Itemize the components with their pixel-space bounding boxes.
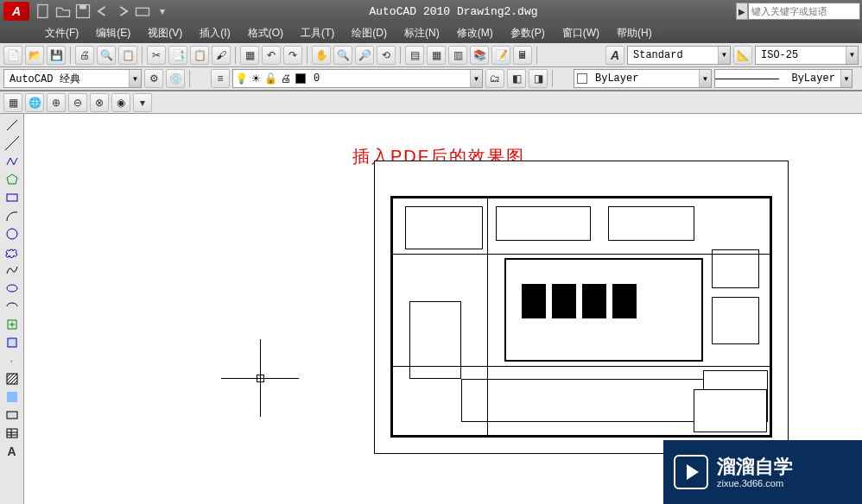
undo-button[interactable]: ↶ (262, 46, 281, 65)
insert-block-tool[interactable] (3, 315, 22, 333)
title-bar: A ▾ AutoCAD 2010 Drawing2.dwg ▶ (0, 0, 862, 22)
layer-iso-button[interactable]: ◧ (507, 69, 526, 88)
make-block-tool[interactable] (3, 333, 22, 351)
linetype-dropdown[interactable]: ByLayer ▼ (714, 69, 852, 88)
help-search-input[interactable] (748, 3, 860, 20)
dim-style-label: ISO-25 (756, 49, 803, 61)
qat-dropdown-icon[interactable]: ▾ (154, 3, 171, 20)
match-prop-button[interactable]: 🖌 (212, 46, 231, 65)
menu-draw[interactable]: 绘图(D) (343, 23, 396, 43)
polyline-tool[interactable] (3, 152, 22, 170)
redo-icon[interactable] (114, 3, 131, 20)
dropdown-arrow-icon[interactable]: ▼ (846, 47, 858, 64)
quickcalc-button[interactable]: 🖩 (513, 46, 532, 65)
block-editor-button[interactable]: ▦ (240, 46, 259, 65)
zoom-window-button[interactable]: 🔎 (355, 46, 374, 65)
search-arrow-icon[interactable]: ▶ (736, 3, 748, 20)
polygon-tool[interactable] (3, 170, 22, 188)
dimstyle-icon[interactable]: 📐 (733, 46, 752, 65)
menu-param[interactable]: 参数(P) (502, 23, 554, 43)
publish-button[interactable]: 📋 (118, 46, 137, 65)
redo-button[interactable]: ↷ (283, 46, 302, 65)
table-tool[interactable] (3, 424, 22, 442)
point-tool[interactable]: · (3, 351, 22, 369)
menu-modify[interactable]: 修改(M) (448, 23, 502, 43)
markup-button[interactable]: 📝 (491, 46, 510, 65)
rectangle-tool[interactable] (3, 188, 22, 206)
mtext-tool[interactable]: A (3, 442, 22, 460)
menu-tools[interactable]: 工具(T) (292, 23, 343, 43)
spline-tool[interactable] (3, 261, 22, 279)
menu-edit[interactable]: 编辑(E) (87, 23, 139, 43)
menu-view[interactable]: 视图(V) (139, 23, 191, 43)
zoom-previous-button[interactable]: ⟲ (377, 46, 396, 65)
ellipse-arc-tool[interactable] (3, 297, 22, 315)
ucs-world-button[interactable]: 🌐 (25, 93, 44, 112)
watermark-title: 溜溜自学 (717, 456, 793, 478)
ucs-y-button[interactable]: ⊖ (68, 93, 87, 112)
workspace-settings-button[interactable]: ⚙ (144, 69, 163, 88)
ucs-x-button[interactable]: ⊕ (47, 93, 66, 112)
save-icon[interactable] (74, 3, 92, 20)
open-icon[interactable] (54, 3, 72, 20)
sheet-set-button[interactable]: 📚 (470, 46, 489, 65)
dropdown-arrow-icon[interactable]: ▼ (470, 70, 482, 87)
layer-dropdown[interactable]: 💡 ☀ 🔓 🖨 0 ▼ (232, 69, 483, 88)
menu-format[interactable]: 格式(O) (239, 23, 292, 43)
ucs-dropdown-icon[interactable]: ▾ (133, 93, 152, 112)
new-button[interactable]: 📄 (3, 46, 22, 65)
app-logo-icon[interactable]: A (3, 2, 29, 21)
workspace-dropdown[interactable]: AutoCAD 经典 ▼ (3, 69, 142, 88)
search-field[interactable] (749, 6, 859, 16)
save-button[interactable]: 💾 (47, 46, 66, 65)
hatch-tool[interactable] (3, 369, 22, 387)
zoom-realtime-button[interactable]: 🔍 (333, 46, 352, 65)
construction-line-tool[interactable] (3, 134, 22, 152)
menu-insert[interactable]: 插入(I) (191, 23, 238, 43)
pdf-underlay-frame[interactable] (374, 161, 789, 454)
dim-style-dropdown[interactable]: ISO-25 ▼ (755, 46, 859, 65)
tool-palettes-button[interactable]: ▥ (448, 46, 467, 65)
plot-icon[interactable] (134, 3, 151, 20)
layer-uniso-button[interactable]: ◨ (529, 69, 548, 88)
pan-button[interactable]: ✋ (312, 46, 331, 65)
undo-icon[interactable] (94, 3, 111, 20)
layer-freeze-icon: ☀ (250, 72, 263, 85)
ellipse-tool[interactable] (3, 279, 22, 297)
revision-cloud-tool[interactable] (3, 243, 22, 261)
menu-dim[interactable]: 标注(N) (396, 23, 448, 43)
dropdown-arrow-icon[interactable]: ▼ (718, 47, 730, 64)
color-dropdown[interactable]: ByLayer ▼ (574, 69, 712, 88)
preview-button[interactable]: 🔍 (97, 46, 116, 65)
line-tool[interactable] (3, 116, 22, 134)
model-button[interactable]: ▦ (3, 93, 22, 112)
arc-tool[interactable] (3, 206, 22, 224)
dropdown-arrow-icon[interactable]: ▼ (840, 70, 852, 87)
print-button[interactable]: 🖨 (75, 46, 94, 65)
svg-point-9 (7, 285, 17, 292)
ucs-view-button[interactable]: ◉ (111, 93, 130, 112)
copy-button[interactable]: 📑 (168, 46, 187, 65)
menu-file[interactable]: 文件(F) (36, 23, 87, 43)
menu-help[interactable]: 帮助(H) (608, 23, 661, 43)
dropdown-arrow-icon[interactable]: ▼ (129, 70, 141, 87)
paste-button[interactable]: 📋 (190, 46, 209, 65)
layer-name-label: 0 (308, 72, 325, 85)
menu-window[interactable]: 窗口(W) (554, 23, 608, 43)
gradient-tool[interactable] (3, 387, 22, 406)
text-style-dropdown[interactable]: Standard ▼ (627, 46, 731, 65)
open-button[interactable]: 📂 (25, 46, 44, 65)
circle-tool[interactable] (3, 224, 22, 243)
properties-button[interactable]: ▤ (405, 46, 424, 65)
layer-properties-button[interactable]: ≡ (211, 69, 230, 88)
workspace-save-button[interactable]: 💿 (166, 69, 185, 88)
cut-button[interactable]: ✂ (147, 46, 166, 65)
layer-states-button[interactable]: 🗂 (485, 69, 504, 88)
region-tool[interactable] (3, 406, 22, 424)
design-center-button[interactable]: ▦ (427, 46, 446, 65)
dropdown-arrow-icon[interactable]: ▼ (699, 70, 711, 87)
ucs-z-button[interactable]: ⊗ (90, 93, 109, 112)
textstyle-icon[interactable]: A (605, 46, 624, 65)
watermark-badge: 溜溜自学 zixue.3d66.com (663, 440, 862, 504)
qnew-icon[interactable] (35, 3, 52, 20)
